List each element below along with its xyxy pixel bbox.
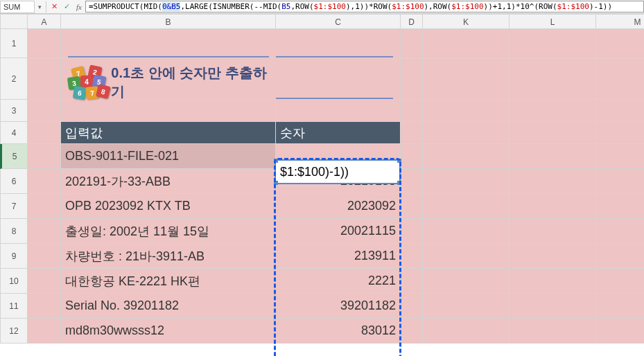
select-all-corner[interactable]: [0, 14, 28, 29]
edit-handle-tl[interactable]: [274, 159, 278, 163]
cell-a5[interactable]: [28, 144, 61, 169]
cell-a12[interactable]: [28, 319, 61, 344]
cell-b9[interactable]: 차량번호 : 21바-3911-AB: [61, 244, 276, 269]
cell-b3[interactable]: [61, 100, 276, 122]
editing-cell-c5[interactable]: $1:$100)-1)): [275, 159, 401, 184]
name-box-dropdown[interactable]: ▾: [35, 3, 44, 10]
cell-k7[interactable]: [423, 194, 510, 219]
cell-k1[interactable]: [423, 29, 510, 58]
row-header-6[interactable]: 6: [0, 169, 28, 194]
cell-m8[interactable]: [596, 219, 644, 244]
col-header-c[interactable]: C: [276, 14, 401, 29]
col-header-b[interactable]: B: [61, 14, 276, 29]
confirm-icon[interactable]: ✓: [60, 2, 73, 11]
col-header-k[interactable]: K: [423, 14, 510, 29]
cell-b1[interactable]: [61, 29, 276, 58]
cell-d5[interactable]: [401, 144, 423, 169]
edit-handle-bl[interactable]: [274, 181, 278, 185]
col-header-m[interactable]: M: [596, 14, 644, 29]
cell-m3[interactable]: [596, 100, 644, 122]
cell-l3[interactable]: [510, 100, 596, 122]
cell-a3[interactable]: [28, 100, 61, 122]
cell-c11[interactable]: 39201182: [276, 294, 401, 319]
cell-m9[interactable]: [596, 244, 644, 269]
cancel-icon[interactable]: ✕: [48, 2, 60, 11]
cell-c10[interactable]: 2221: [276, 269, 401, 294]
cell-d10[interactable]: [401, 269, 423, 294]
row-header-11[interactable]: 11: [0, 294, 28, 319]
cell-k11[interactable]: [423, 294, 510, 319]
cell-k2[interactable]: [423, 58, 510, 100]
cell-d3[interactable]: [401, 100, 423, 122]
cell-d12[interactable]: [401, 319, 423, 344]
cell-m11[interactable]: [596, 294, 644, 319]
cell-d2[interactable]: [401, 58, 423, 100]
cell-l12[interactable]: [510, 319, 596, 344]
cell-b7[interactable]: OPB 2023092 KTX TB: [61, 194, 276, 219]
cell-c8[interactable]: 20021115: [276, 219, 401, 244]
cell-m10[interactable]: [596, 269, 644, 294]
cell-d4[interactable]: [401, 122, 423, 144]
col-header-d[interactable]: D: [401, 14, 423, 29]
cell-l2[interactable]: [510, 58, 596, 100]
cell-b8[interactable]: 출생일: 2002년 11월 15일: [61, 219, 276, 244]
row-header-8[interactable]: 8: [0, 219, 28, 244]
cell-a7[interactable]: [28, 194, 61, 219]
cell-c12[interactable]: 83012: [276, 319, 401, 344]
cell-b2[interactable]: 7 2 3 4 5 6 7 8 0.1초 안에 숫자만 추출하기: [61, 58, 276, 100]
cell-d7[interactable]: [401, 194, 423, 219]
cell-l11[interactable]: [510, 294, 596, 319]
row-header-2[interactable]: 2: [0, 58, 28, 100]
table-header-col2[interactable]: 숫자: [276, 122, 401, 144]
cell-b6[interactable]: 202191-가-33-ABB: [61, 169, 276, 194]
cell-d9[interactable]: [401, 244, 423, 269]
name-box[interactable]: SUM: [0, 1, 35, 13]
cell-l5[interactable]: [510, 144, 596, 169]
cell-a11[interactable]: [28, 294, 61, 319]
cell-a8[interactable]: [28, 219, 61, 244]
cell-m6[interactable]: [596, 169, 644, 194]
edit-handle-tr[interactable]: [397, 159, 401, 163]
cell-l6[interactable]: [510, 169, 596, 194]
fx-icon[interactable]: fx: [73, 3, 85, 11]
row-header-7[interactable]: 7: [0, 194, 28, 219]
cell-b11[interactable]: Serial No. 39201182: [61, 294, 276, 319]
cell-m2[interactable]: [596, 58, 644, 100]
cell-l1[interactable]: [510, 29, 596, 58]
cell-k9[interactable]: [423, 244, 510, 269]
col-header-a[interactable]: A: [28, 14, 61, 29]
cell-d11[interactable]: [401, 294, 423, 319]
cell-a10[interactable]: [28, 269, 61, 294]
cell-m7[interactable]: [596, 194, 644, 219]
cell-c7[interactable]: 2023092: [276, 194, 401, 219]
cell-a9[interactable]: [28, 244, 61, 269]
cell-d6[interactable]: [401, 169, 423, 194]
cell-k8[interactable]: [423, 219, 510, 244]
cell-b10[interactable]: 대한항공 KE-2221 HK편: [61, 269, 276, 294]
cell-c3[interactable]: [276, 100, 401, 122]
cell-l8[interactable]: [510, 219, 596, 244]
row-header-10[interactable]: 10: [0, 269, 28, 294]
row-header-12[interactable]: 12: [0, 319, 28, 344]
row-header-9[interactable]: 9: [0, 244, 28, 269]
cell-b5[interactable]: OBS-9011-FILE-021: [61, 144, 276, 169]
cell-c2[interactable]: [276, 58, 401, 100]
col-header-l[interactable]: L: [510, 14, 596, 29]
cell-c1[interactable]: [276, 29, 401, 58]
edit-handle-br[interactable]: [397, 181, 401, 185]
cell-c9[interactable]: 213911: [276, 244, 401, 269]
row-header-4[interactable]: 4: [0, 122, 28, 144]
cell-k4[interactable]: [423, 122, 510, 144]
cell-k10[interactable]: [423, 269, 510, 294]
cell-l10[interactable]: [510, 269, 596, 294]
cell-k12[interactable]: [423, 319, 510, 344]
cell-k6[interactable]: [423, 169, 510, 194]
cell-a4[interactable]: [28, 122, 61, 144]
row-header-5[interactable]: 5: [0, 144, 28, 169]
table-header-col1[interactable]: 입력값: [61, 122, 276, 144]
cell-m1[interactable]: [596, 29, 644, 58]
cell-d8[interactable]: [401, 219, 423, 244]
cell-l4[interactable]: [510, 122, 596, 144]
cell-k5[interactable]: [423, 144, 510, 169]
cell-a6[interactable]: [28, 169, 61, 194]
